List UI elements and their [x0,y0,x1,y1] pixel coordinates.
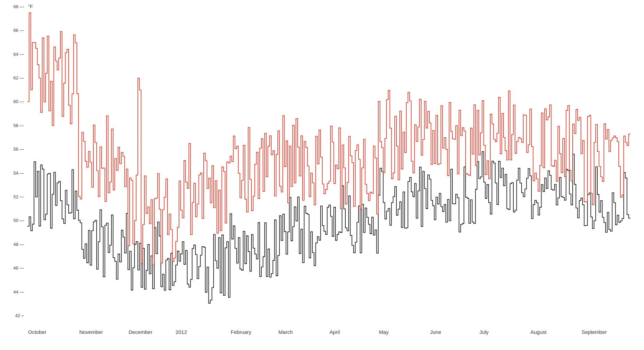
red-step-path [27,13,630,265]
chart-container: 68 — 66 — 64 — 62 — 60 — 58 — 56 — 54 — … [0,0,644,350]
chart-overlay [0,0,644,350]
